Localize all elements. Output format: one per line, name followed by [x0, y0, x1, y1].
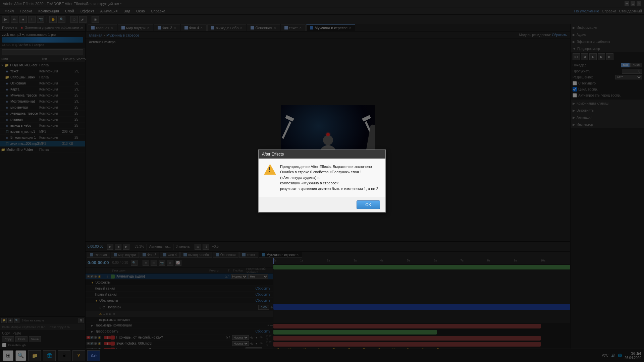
dialog-warning-icon — [264, 164, 276, 176]
dialog-title: After Effects — [262, 152, 284, 157]
dialog-line4: результат выражения должен быть в измере… — [280, 186, 380, 192]
after-effects-dialog: After Effects Предупреждение After Effec… — [258, 149, 386, 213]
dialog-message-text: Предупреждение After Effects. Выражение … — [280, 164, 380, 192]
dialog-footer: OK — [259, 197, 385, 212]
dialog-titlebar: After Effects — [259, 150, 385, 159]
warning-triangle-shape — [264, 164, 276, 175]
dialog-line1: Предупреждение After Effects. Выражение … — [280, 164, 380, 170]
dialog-line2: Ошибка в строке 0 свойства «Ползунок» сл… — [280, 169, 380, 180]
dialog-overlay[interactable]: After Effects Предупреждение After Effec… — [0, 0, 644, 362]
dialog-ok-button[interactable]: OK — [357, 200, 380, 209]
dialog-line3: композиции «Мужчина в стрессе»: — [280, 180, 380, 186]
dialog-body: Предупреждение After Effects. Выражение … — [259, 159, 385, 197]
